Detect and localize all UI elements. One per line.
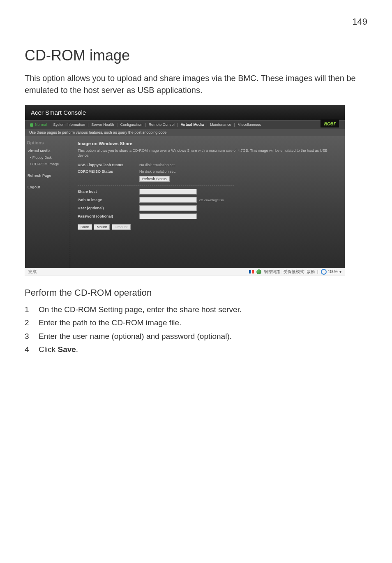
subheading: Perform the CD-ROM operation: [25, 287, 367, 298]
sidebar-group-virtual-media[interactable]: Virtual Media: [27, 148, 68, 154]
panel-title: Image on Windows Share: [78, 141, 337, 146]
field-hint: ex.\iso\image.iso: [199, 198, 224, 202]
form-row-share-host: Share host: [78, 189, 337, 195]
steps-list: 1 On the CD-ROM Setting page, enter the …: [25, 303, 367, 356]
field-label: Path to image: [78, 198, 139, 202]
sidebar-item-logout[interactable]: Logout: [27, 184, 68, 190]
sidebar: Options Virtual Media • Floppy Disk • CD…: [25, 136, 70, 268]
statusbar-left: 完成: [28, 269, 37, 275]
sidebar-item-refresh-page[interactable]: Refresh Page: [27, 172, 68, 179]
step-text: On the CD-ROM Setting page, enter the sh…: [39, 303, 367, 316]
sub-bar: Use these pages to perform various featu…: [25, 129, 345, 136]
form-row-user: User (optional): [78, 205, 337, 211]
status-label: USB Floppy&Flash Status: [78, 163, 139, 167]
divider: [78, 185, 234, 185]
nav-item[interactable]: Remote Control: [149, 123, 175, 127]
status-indicator: Normal: [30, 123, 47, 127]
sidebar-heading: Options: [27, 140, 68, 145]
statusbar-mode: 網際網路 | 受保護模式: 啟動: [264, 269, 315, 275]
field-label: Password (optional): [78, 214, 139, 218]
save-button[interactable]: Save: [78, 224, 92, 230]
browser-status-bar: 完成 網際網路 | 受保護模式: 啟動 | 100% ▾: [25, 268, 345, 276]
mount-button[interactable]: Mount: [94, 224, 110, 230]
form-row-path-to-image: Path to image ex.\iso\image.iso: [78, 197, 337, 203]
field-label: Share host: [78, 190, 139, 194]
form-row-password: Password (optional): [78, 213, 337, 219]
app-title-bar: Acer Smart Console acer: [25, 105, 345, 120]
main-panel: Image on Windows Share This option allow…: [70, 136, 345, 268]
umount-button[interactable]: Umount: [112, 224, 131, 230]
nav-item[interactable]: Configuration: [120, 123, 143, 127]
app-title: Acer Smart Console: [31, 109, 86, 116]
password-input[interactable]: [139, 213, 197, 219]
refresh-status-button[interactable]: Refresh Status: [139, 176, 170, 182]
globe-icon: [256, 269, 261, 274]
step-number: 1: [25, 303, 39, 316]
page-number: 149: [25, 16, 367, 27]
intro-paragraph: This option allows you to upload and sha…: [25, 72, 367, 96]
share-host-input[interactable]: [139, 189, 197, 195]
step-number: 3: [25, 330, 39, 343]
status-value: No disk emulation set.: [139, 169, 176, 174]
step-text: Enter the path to the CD-ROM image file.: [39, 316, 367, 329]
status-row-cdrom-iso: CDROM&ISO Status No disk emulation set.: [78, 169, 337, 174]
nav-item[interactable]: Server Health: [91, 123, 114, 127]
step-4: 4 Click Save.: [25, 343, 367, 356]
step-2: 2 Enter the path to the CD-ROM image fil…: [25, 316, 367, 329]
zoom-indicator[interactable]: 100% ▾: [321, 269, 341, 275]
step-text: Enter the user name (optional) and passw…: [39, 330, 367, 343]
flag-icon: [249, 270, 254, 273]
status-label: CDROM&ISO Status: [78, 169, 139, 174]
field-label: User (optional): [78, 206, 139, 210]
statusbar-sep: |: [317, 270, 318, 274]
step-text: Click Save.: [39, 343, 367, 356]
path-to-image-input[interactable]: [139, 197, 197, 203]
sidebar-item-floppy-disk[interactable]: • Floppy Disk: [29, 154, 68, 161]
step-1: 1 On the CD-ROM Setting page, enter the …: [25, 303, 367, 316]
step-3: 3 Enter the user name (optional) and pas…: [25, 330, 367, 343]
sidebar-item-cdrom-image[interactable]: • CD-ROM Image: [29, 161, 68, 167]
step-number: 4: [25, 343, 39, 356]
user-input[interactable]: [139, 205, 197, 211]
embedded-screenshot: Acer Smart Console acer Normal | System …: [25, 104, 345, 276]
nav-item[interactable]: Miscellaneous: [238, 123, 261, 127]
status-value: No disk emulation set.: [139, 163, 176, 167]
step-number: 2: [25, 316, 39, 329]
nav-item[interactable]: Maintenance: [210, 123, 231, 127]
top-nav: Normal | System Information | Server Hea…: [25, 120, 345, 129]
brand-logo: acer: [321, 119, 339, 127]
page-title: CD-ROM image: [25, 47, 367, 64]
status-row-usb-floppy: USB Floppy&Flash Status No disk emulatio…: [78, 163, 337, 167]
nav-item-active[interactable]: Virtual Media: [181, 123, 204, 127]
nav-item[interactable]: System Information: [53, 123, 85, 127]
panel-desc: This option allows you to share a CD-ROM…: [78, 148, 337, 158]
